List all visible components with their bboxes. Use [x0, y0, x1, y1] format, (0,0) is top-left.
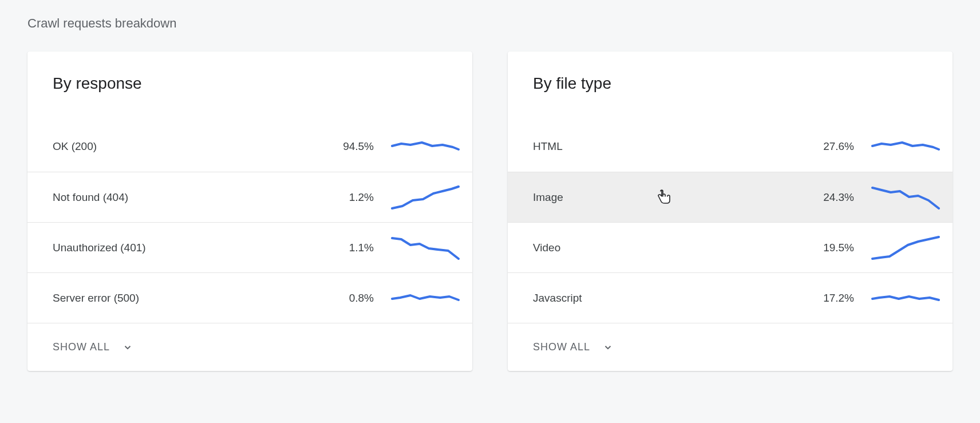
row-html[interactable]: HTML 27.6%: [508, 121, 953, 172]
cards-row: By response OK (200) 94.5% Not found (40…: [27, 52, 953, 371]
row-label: Server error (500): [53, 292, 311, 305]
sparkline-icon: [871, 284, 940, 313]
sparkline-icon: [391, 234, 460, 262]
row-label: Video: [533, 242, 791, 254]
row-value: 1.1%: [311, 242, 374, 254]
row-image[interactable]: Image 24.3%: [508, 172, 953, 222]
row-value: 0.8%: [311, 292, 374, 305]
sparkline-icon: [871, 234, 940, 262]
sparkline-icon: [391, 284, 460, 313]
row-value: 24.3%: [791, 191, 854, 204]
card-title: By file type: [508, 52, 953, 121]
row-video[interactable]: Video 19.5%: [508, 222, 953, 272]
card-by-file-type: By file type HTML 27.6% Image 24.3% Vide…: [508, 52, 953, 371]
row-label: Unauthorized (401): [53, 242, 311, 254]
row-value: 94.5%: [311, 140, 374, 153]
section-title: Crawl requests breakdown: [27, 16, 953, 31]
row-label: Not found (404): [53, 191, 311, 204]
row-value: 19.5%: [791, 242, 854, 254]
row-label: HTML: [533, 140, 791, 153]
show-all-button[interactable]: SHOW ALL: [27, 323, 472, 371]
sparkline-icon: [391, 132, 460, 161]
row-value: 1.2%: [311, 191, 374, 204]
row-label: Image: [533, 191, 791, 204]
card-by-response: By response OK (200) 94.5% Not found (40…: [27, 52, 472, 371]
sparkline-icon: [391, 183, 460, 212]
card-rows: OK (200) 94.5% Not found (404) 1.2% Unau…: [27, 121, 472, 323]
sparkline-icon: [871, 132, 940, 161]
row-server-error-500[interactable]: Server error (500) 0.8%: [27, 272, 472, 323]
row-ok-200[interactable]: OK (200) 94.5%: [27, 121, 472, 172]
show-all-label: SHOW ALL: [53, 341, 110, 353]
row-unauthorized-401[interactable]: Unauthorized (401) 1.1%: [27, 222, 472, 272]
show-all-label: SHOW ALL: [533, 341, 590, 353]
row-label: OK (200): [53, 140, 311, 153]
chevron-down-icon: [603, 342, 613, 353]
row-javascript[interactable]: Javascript 17.2%: [508, 272, 953, 323]
card-title: By response: [27, 52, 472, 121]
sparkline-icon: [871, 183, 940, 212]
row-value: 27.6%: [791, 140, 854, 153]
show-all-button[interactable]: SHOW ALL: [508, 323, 953, 371]
card-rows: HTML 27.6% Image 24.3% Video 19.5%: [508, 121, 953, 323]
chevron-down-icon: [122, 342, 133, 353]
row-value: 17.2%: [791, 292, 854, 305]
row-not-found-404[interactable]: Not found (404) 1.2%: [27, 172, 472, 222]
row-label: Javascript: [533, 292, 791, 305]
